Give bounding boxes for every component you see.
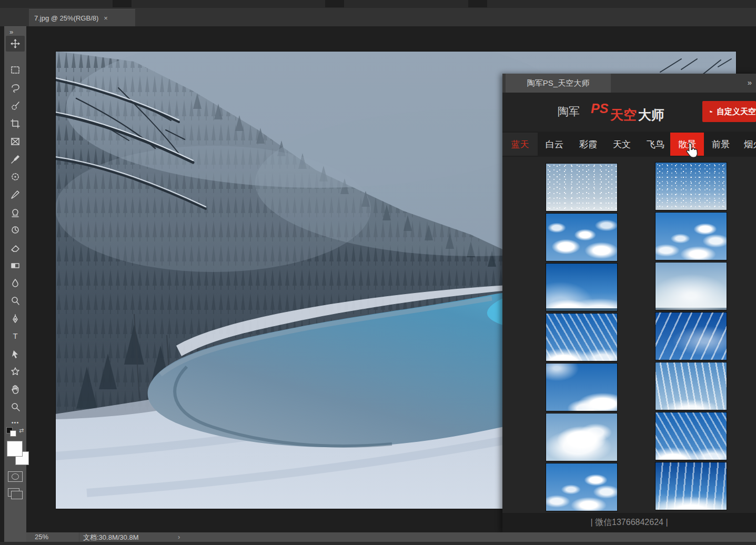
tab-yanhuo[interactable]: 烟火 xyxy=(738,133,756,156)
pen-tool[interactable] xyxy=(6,311,25,327)
blur-icon xyxy=(10,278,21,288)
healing-icon xyxy=(10,171,21,182)
healing-tool[interactable] xyxy=(6,169,25,185)
type-icon: T xyxy=(10,331,21,341)
sky-thumbnail-12[interactable] xyxy=(655,412,727,460)
history-brush-icon xyxy=(10,225,21,235)
sky-master-panel: 陶军PS_天空大师 » 陶军 PS 天空 大师 自定义天空 蓝天 白云 彩霞 天… xyxy=(502,74,756,532)
status-expand-icon[interactable]: › xyxy=(178,533,180,541)
eyedropper-tool[interactable] xyxy=(6,152,25,167)
quick-mask-icon[interactable] xyxy=(8,471,23,482)
panel-collapse-icon[interactable]: » xyxy=(748,78,751,87)
eyedropper-icon xyxy=(10,154,21,165)
wechat-contact: | 微信13766842624 | xyxy=(590,517,668,528)
document-tab-title: 7.jpg @ 25%(RGB/8) xyxy=(34,14,98,22)
panel-logo-area: 陶军 PS 天空 大师 自定义天空 xyxy=(502,93,756,132)
tab-qianjing[interactable]: 前景 xyxy=(704,133,738,156)
zoom-tool[interactable] xyxy=(6,399,25,415)
frame-tool[interactable] xyxy=(6,134,25,149)
sky-thumbnail-8[interactable] xyxy=(655,312,727,360)
marquee-tool[interactable] xyxy=(6,62,25,78)
tools-collapse-icon[interactable]: » xyxy=(9,28,12,36)
lasso-icon xyxy=(10,83,21,93)
hand-tool[interactable] xyxy=(6,381,25,397)
sky-thumbnail-14[interactable] xyxy=(655,462,727,510)
sky-thumbnail-2[interactable] xyxy=(655,162,727,210)
lasso-tool[interactable] xyxy=(6,80,25,96)
quick-select-icon xyxy=(10,100,21,111)
sky-thumbnail-10[interactable] xyxy=(655,362,727,410)
marquee-icon xyxy=(10,65,21,75)
move-icon xyxy=(10,38,21,49)
sky-thumbnail-1[interactable] xyxy=(546,163,618,211)
folder-icon xyxy=(710,108,712,115)
clone-stamp-icon xyxy=(10,207,21,218)
tab-caixia[interactable]: 彩霞 xyxy=(571,133,605,156)
panel-title-tab[interactable]: 陶军PS_天空大师 xyxy=(506,74,611,93)
shape-tool[interactable] xyxy=(6,364,25,379)
logo-text-master: 大师 xyxy=(638,106,664,124)
zoom-level-field[interactable]: 25% xyxy=(35,533,48,541)
gradient-icon xyxy=(10,260,21,271)
eraser-icon xyxy=(10,243,21,253)
sky-thumbnail-13[interactable] xyxy=(546,463,618,511)
hand-icon xyxy=(10,384,21,395)
tab-tianwen[interactable]: 天文 xyxy=(605,133,639,156)
panel-title-bar: 陶军PS_天空大师 » xyxy=(502,74,756,93)
eraser-tool[interactable] xyxy=(6,240,25,256)
logo-text-sky: 天空 xyxy=(610,106,637,124)
tab-baiyun[interactable]: 白云 xyxy=(538,133,571,156)
dodge-tool[interactable] xyxy=(6,293,25,309)
pen-icon xyxy=(10,314,21,324)
sky-thumbnail-7[interactable] xyxy=(546,313,618,361)
panel-title: 陶军PS_天空大师 xyxy=(527,78,589,88)
options-bar-notch xyxy=(325,0,344,7)
clone-stamp-tool[interactable] xyxy=(6,205,25,220)
document-tab[interactable]: 7.jpg @ 25%(RGB/8) × xyxy=(29,9,135,26)
sky-thumbnail-9[interactable] xyxy=(546,363,618,411)
crop-tool[interactable] xyxy=(6,116,25,132)
path-select-tool[interactable] xyxy=(6,346,25,362)
tab-feiniao[interactable]: 飞鸟 xyxy=(639,133,672,156)
shape-icon xyxy=(10,366,21,377)
custom-sky-label: 自定义天空 xyxy=(717,107,756,117)
quick-select-tool[interactable] xyxy=(6,98,25,114)
ellipsis-icon: ••• xyxy=(12,419,19,426)
options-bar-remnant xyxy=(0,0,756,8)
status-bar: 25% 文档:30.8M/30.8M › xyxy=(26,532,756,542)
foreground-color-swatch[interactable] xyxy=(7,441,23,457)
svg-text:T: T xyxy=(13,331,17,340)
options-bar-notch xyxy=(468,0,487,7)
sky-thumbnail-11[interactable] xyxy=(546,413,618,461)
custom-sky-button[interactable]: 自定义天空 xyxy=(702,101,756,122)
tab-sanjing[interactable]: 散景 xyxy=(670,133,704,156)
tab-lantian[interactable]: 蓝天 xyxy=(502,133,538,156)
default-colors-icon-bg xyxy=(10,430,16,437)
type-tool[interactable]: T xyxy=(6,328,25,344)
zoom-icon xyxy=(10,401,21,412)
brush-icon xyxy=(10,189,21,200)
panel-footer: | 微信13766842624 | xyxy=(502,513,756,532)
document-info[interactable]: 文档:30.8M/30.8M xyxy=(83,533,139,542)
close-icon[interactable]: × xyxy=(104,14,108,22)
sky-thumbnail-3[interactable] xyxy=(546,213,618,261)
category-tabs: 蓝天 白云 彩霞 天文 飞鸟 散景 前景 烟火 xyxy=(502,132,756,157)
logo-text-ps: PS xyxy=(591,101,608,116)
sky-thumbnail-5[interactable] xyxy=(546,263,618,311)
screen-mode-icon-back xyxy=(11,491,23,499)
crop-icon xyxy=(10,118,21,129)
history-brush-tool[interactable] xyxy=(6,222,25,238)
blur-tool[interactable] xyxy=(6,275,25,291)
window-bottom-edge xyxy=(0,542,756,545)
options-bar-notch xyxy=(113,0,132,7)
path-select-icon xyxy=(10,349,21,359)
frame-icon xyxy=(10,136,21,147)
dodge-icon xyxy=(10,296,21,306)
move-tool[interactable] xyxy=(6,36,25,52)
sky-thumbnail-6[interactable] xyxy=(655,262,727,310)
swap-colors-icon[interactable]: ⇄ xyxy=(19,427,24,434)
status-divider xyxy=(79,532,79,542)
sky-thumbnail-4[interactable] xyxy=(655,212,727,260)
brush-tool[interactable] xyxy=(6,187,25,203)
gradient-tool[interactable] xyxy=(6,258,25,274)
